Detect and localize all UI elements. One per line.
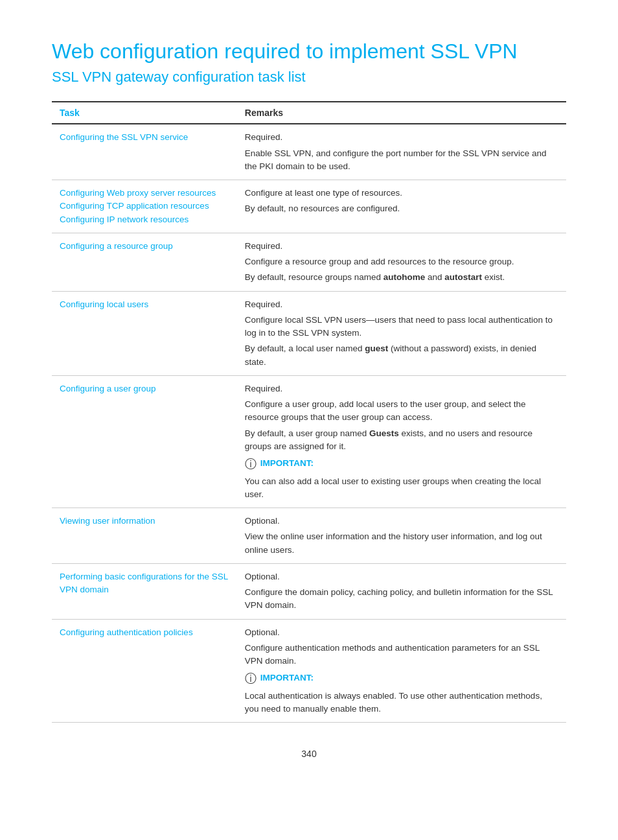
remarks-cell: Optional.View the online user informatio… [237,508,566,564]
remark-text: Configure the domain policy, caching pol… [245,586,558,612]
important-label: IMPORTANT: [260,671,314,684]
page-title: Web configuration required to implement … [52,39,566,64]
task-link[interactable]: Configuring authentication policies [60,627,193,637]
remark-text: Configure authentication methods and aut… [245,642,558,668]
task-cell: Configuring local users [52,291,237,375]
remark-text: Configure local SSL VPN users—users that… [245,314,558,340]
remark-text: Local authentication is always enabled. … [245,690,558,716]
remark-text: By default, no resources are configured. [245,202,558,215]
task-cell: Configuring the SSL VPN service [52,124,237,180]
remark-text: Required. [245,298,558,311]
task-link[interactable]: Configuring local users [60,299,148,309]
task-link[interactable]: Configuring Web proxy server resources [60,188,216,198]
table-row: Viewing user informationOptional.View th… [52,508,566,564]
remark-text: You can also add a local user to existin… [245,475,558,502]
important-icon: ⓘ [245,457,257,472]
remark-text: Required. [245,382,558,395]
table-row: Configuring local usersRequired.Configur… [52,291,566,375]
table-row: Configuring the SSL VPN serviceRequired.… [52,124,566,180]
remark-text: Required. [245,131,558,144]
col-header-task: Task [52,102,237,124]
remark-text: View the online user information and the… [245,530,558,557]
task-cell: Viewing user information [52,508,237,564]
remark-text: By default, a local user named guest (wi… [245,342,558,369]
remarks-cell: Configure at least one type of resources… [237,180,566,233]
task-link[interactable]: Performing basic configurations for the … [60,572,228,594]
remark-text: Optional. [245,626,558,639]
task-link[interactable]: Configuring the SSL VPN service [60,132,188,142]
task-link[interactable]: Viewing user information [60,516,155,526]
remark-text: Required. [245,240,558,253]
page-number: 340 [52,749,566,759]
config-table: Task Remarks Configuring the SSL VPN ser… [52,101,566,723]
task-cell: Configuring authentication policies [52,619,237,723]
table-row: Configuring a resource groupRequired.Con… [52,233,566,291]
task-link[interactable]: Configuring TCP application resources [60,201,209,211]
section-title: SSL VPN gateway configuration task list [52,69,566,86]
remarks-cell: Required.Enable SSL VPN, and configure t… [237,124,566,180]
task-cell: Configuring a user group [52,375,237,508]
remarks-cell: Required.Configure local SSL VPN users—u… [237,291,566,375]
important-label: IMPORTANT: [260,457,314,470]
task-cell: Performing basic configurations for the … [52,563,237,619]
important-icon: ⓘ [245,671,257,686]
remarks-cell: Optional.Configure the domain policy, ca… [237,563,566,619]
remarks-cell: Optional.Configure authentication method… [237,619,566,723]
table-row: Configuring Web proxy server resourcesCo… [52,180,566,233]
task-link[interactable]: Configuring IP network resources [60,215,189,224]
task-link[interactable]: Configuring a resource group [60,241,173,251]
remarks-cell: Required.Configure a user group, add loc… [237,375,566,508]
remark-text: Configure at least one type of resources… [245,187,558,200]
remark-text: Configure a user group, add local users … [245,398,558,425]
task-cell: Configuring Web proxy server resourcesCo… [52,180,237,233]
remark-text: By default, a user group named Guests ex… [245,427,558,454]
important-block: ⓘIMPORTANT: [245,671,558,686]
remark-text: Optional. [245,515,558,528]
table-row: Configuring authentication policiesOptio… [52,619,566,723]
remarks-cell: Required.Configure a resource group and … [237,233,566,291]
table-row: Performing basic configurations for the … [52,563,566,619]
important-block: ⓘIMPORTANT: [245,457,558,472]
remark-text: Optional. [245,570,558,583]
col-header-remarks: Remarks [237,102,566,124]
remark-text: Enable SSL VPN, and configure the port n… [245,147,558,174]
table-row: Configuring a user groupRequired.Configu… [52,375,566,508]
task-cell: Configuring a resource group [52,233,237,291]
remark-text: Configure a resource group and add resou… [245,255,558,268]
remark-text: By default, resource groups named autoho… [245,271,558,284]
task-link[interactable]: Configuring a user group [60,384,156,393]
